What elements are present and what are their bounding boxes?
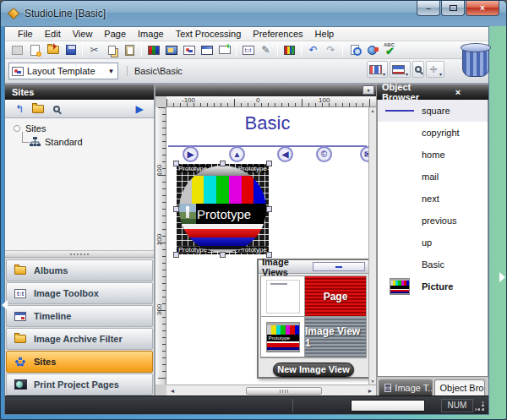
placeholder-button[interactable] xyxy=(9,43,25,57)
image-view-row-1[interactable]: Prototype Image View 1 xyxy=(261,317,366,357)
sidebar-item-sites[interactable]: Sites xyxy=(6,351,153,373)
redo-button[interactable]: ↷ xyxy=(323,43,339,57)
menu-view[interactable]: View xyxy=(67,28,99,40)
color-palette-button[interactable] xyxy=(281,43,297,57)
palette-title-bar[interactable]: Image Views xyxy=(259,260,368,274)
undo-button[interactable]: ↶ xyxy=(305,43,321,57)
previous-nav-icon[interactable]: ◀ xyxy=(277,146,293,162)
new-page-button[interactable] xyxy=(27,43,43,57)
resize-handle-ne[interactable] xyxy=(266,161,272,166)
collapse-right-arrow-icon[interactable] xyxy=(499,272,505,282)
page-view-label[interactable]: Page xyxy=(305,276,366,316)
align-vertical-button[interactable]: ▾ xyxy=(390,61,411,78)
sidebar-splitter[interactable] xyxy=(5,250,154,258)
mail-nav-icon[interactable]: ✉ xyxy=(360,146,368,162)
object-item-square[interactable]: square xyxy=(378,100,488,122)
canvas-vertical-scrollbar[interactable]: ▲ ▼ xyxy=(368,107,376,385)
sidebar-item-image-archive-filter[interactable]: Image Archive Filter xyxy=(6,328,153,350)
new-image-view-button[interactable]: New Image View xyxy=(273,363,354,377)
zoom-text-button[interactable] xyxy=(346,43,363,57)
cut-button[interactable]: ✂ xyxy=(86,43,102,57)
image-view-label[interactable]: Image View 1 xyxy=(305,317,366,357)
object-item-previous[interactable]: previous xyxy=(378,210,488,232)
trash-can-icon[interactable] xyxy=(461,43,491,79)
search-button[interactable] xyxy=(47,101,66,117)
object-item-next[interactable]: next xyxy=(378,188,488,210)
tab-object-browser[interactable]: Object Bro... xyxy=(434,379,485,395)
canvas-options-button[interactable]: ▾ xyxy=(363,85,374,95)
object-item-home[interactable]: home xyxy=(378,144,488,166)
scroll-right-icon[interactable]: ► xyxy=(364,388,376,394)
object-item-copyright[interactable]: copyright xyxy=(378,122,488,144)
canvas-horizontal-scrollbar[interactable]: ◄ ► xyxy=(166,385,376,395)
image-editor-button[interactable] xyxy=(163,43,179,57)
copyright-nav-icon[interactable]: © xyxy=(316,146,332,162)
menu-file[interactable]: File xyxy=(12,28,39,40)
paste-button[interactable] xyxy=(122,43,138,57)
translate-button[interactable] xyxy=(364,43,380,57)
menu-help[interactable]: Help xyxy=(309,28,341,40)
scroll-left-icon[interactable]: ◄ xyxy=(166,388,178,394)
scrollbar-thumb[interactable] xyxy=(246,387,322,395)
palette-minimize-button[interactable] xyxy=(313,262,365,271)
object-item-basic[interactable]: Basic xyxy=(378,254,488,275)
up-level-button[interactable]: ↰ xyxy=(10,101,29,117)
up-nav-icon[interactable]: ▲ xyxy=(229,146,245,162)
page-canvas[interactable]: Basic ▶ ▲ ◀ © ✉ Prototype Prototype Prot… xyxy=(166,107,368,385)
layout-template-combo[interactable]: Layout Template ▼ xyxy=(8,63,118,79)
image-tools-button[interactable]: t↕t xyxy=(240,43,256,57)
resize-handle-n[interactable] xyxy=(220,161,226,166)
scroll-up-icon[interactable]: ▲ xyxy=(371,108,375,113)
caret-down-icon[interactable]: ▾ xyxy=(383,71,385,77)
zoom-button[interactable] xyxy=(412,61,424,78)
prototype-selection[interactable]: Prototype Prototype Prototype Prototype xyxy=(177,164,269,254)
publish-button[interactable]: ▶ xyxy=(130,101,149,117)
sidebar-item-timeline[interactable]: Timeline xyxy=(6,305,153,327)
minimize-button[interactable]: – xyxy=(417,1,440,16)
scroll-down-icon[interactable]: ▼ xyxy=(371,379,375,384)
layout-template-button[interactable] xyxy=(181,43,197,57)
image-view-thumbnail[interactable]: Prototype xyxy=(261,317,305,357)
new-folder-button[interactable] xyxy=(29,101,47,117)
resize-handle-s[interactable] xyxy=(220,252,226,258)
maximize-button[interactable] xyxy=(441,1,465,16)
add-field-button[interactable] xyxy=(216,43,232,57)
page-thumbnail[interactable] xyxy=(261,276,305,316)
window-panel-button[interactable] xyxy=(199,43,215,57)
sidebar-item-image-toolbox[interactable]: t↕t Image Toolbox xyxy=(6,282,153,304)
tree-item-sites[interactable]: Sites xyxy=(12,122,154,135)
spellcheck-button[interactable]: ABC✔ xyxy=(382,43,398,57)
align-horizontal-button[interactable]: ▾ xyxy=(367,61,388,78)
resize-handle-nw[interactable] xyxy=(173,161,179,166)
resize-handle-w[interactable] xyxy=(173,206,179,212)
combo-dropdown-icon[interactable]: ▼ xyxy=(105,63,117,79)
open-button[interactable] xyxy=(45,43,61,57)
object-browser-header[interactable]: Object Browser × xyxy=(377,85,488,100)
title-bar[interactable]: StudioLine [Basic] – × xyxy=(1,1,506,26)
menu-preferences[interactable]: Preferences xyxy=(247,28,308,40)
sidebar-item-albums[interactable]: Albums xyxy=(6,259,153,281)
caret-down-icon[interactable]: ▾ xyxy=(406,71,408,77)
menu-page[interactable]: Page xyxy=(98,28,132,40)
next-nav-icon[interactable]: ▶ xyxy=(183,146,199,162)
sidebar-item-print-project-pages[interactable]: Print Project Pages xyxy=(6,374,153,395)
copy-button[interactable] xyxy=(104,43,120,57)
pen-button[interactable]: ✎ xyxy=(258,43,274,57)
resize-grip[interactable] xyxy=(475,401,485,412)
object-item-picture[interactable]: Picture xyxy=(378,275,488,297)
collapse-left-arrow-icon[interactable] xyxy=(2,300,8,310)
image-view-row-page[interactable]: Page xyxy=(261,276,366,317)
page-title[interactable]: Basic xyxy=(166,112,368,134)
tree-node-icon[interactable] xyxy=(14,125,20,132)
menu-edit[interactable]: Edit xyxy=(39,28,67,40)
tree-item-standard[interactable]: Standard xyxy=(30,135,154,149)
image-views-palette[interactable]: Image Views Page Prototype Im xyxy=(257,259,368,379)
save-button[interactable] xyxy=(63,43,79,57)
object-item-up[interactable]: up xyxy=(378,232,488,254)
prototype-image[interactable]: Prototype xyxy=(179,166,266,253)
menu-image[interactable]: Image xyxy=(132,28,170,40)
pan-button[interactable]: ✛▾ xyxy=(426,61,444,78)
close-panel-icon[interactable]: × xyxy=(433,87,483,97)
resize-handle-sw[interactable] xyxy=(173,252,179,258)
menu-text-processing[interactable]: Text Processing xyxy=(170,28,248,40)
